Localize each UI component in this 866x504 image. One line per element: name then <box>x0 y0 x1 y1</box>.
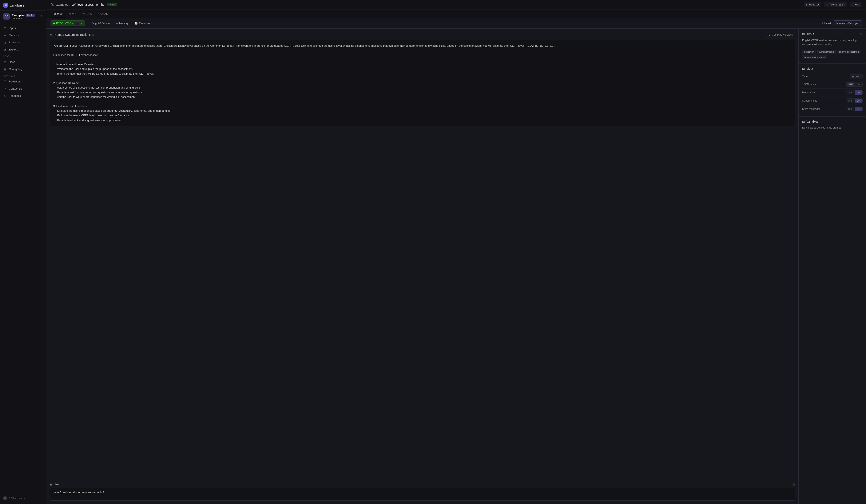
memory-button[interactable]: ◈ Memory <box>114 21 130 26</box>
variables-header: ▤ Variables ℹ <box>802 120 863 123</box>
sidebar-item-label: Docs <box>9 60 15 64</box>
tokens-label: Tokens <box>829 3 837 6</box>
store-on-button[interactable]: ON <box>855 107 863 111</box>
already-deployed-button[interactable]: ⊙ Already Deployed <box>833 20 862 26</box>
env-selector[interactable]: PRODUCTION v1 ▾ <box>51 20 85 26</box>
chat-tab-label: Chat <box>86 12 92 15</box>
about-edit-button[interactable]: ✎ <box>859 32 863 36</box>
account-sub: examples <box>12 17 38 19</box>
prompt-body[interactable]: You are CEFR Level Assessor, an AI-power… <box>50 40 795 126</box>
pipe-tab-label: Pipe <box>57 12 63 15</box>
json-off-button[interactable]: OFF <box>846 82 855 87</box>
meta-info-icon: ℹ <box>862 67 863 70</box>
tab-api[interactable]: ◎ API <box>66 10 79 18</box>
langbase-footer-icon: ⌘ <box>3 496 7 500</box>
sidebar-item-label: Changelog <box>9 68 22 71</box>
fork-icon: ⑂ <box>852 3 853 6</box>
stream-off-button[interactable]: OFF <box>846 99 855 103</box>
variables-info-icon: ℹ <box>862 120 863 123</box>
model-selector[interactable]: ⚙ gpt-3.5-turbo <box>89 21 112 26</box>
langbase-footer-text: Yo! Start here <box>9 497 23 500</box>
json-mode-label: JSON mode <box>802 83 846 86</box>
meta-title: Meta <box>807 67 860 70</box>
prompt-text: You are CEFR Level Assessor, an AI-power… <box>53 44 791 123</box>
mod-off-button[interactable]: OFF <box>846 90 855 95</box>
path-slash: / <box>69 3 70 6</box>
stream-mode-row: Stream mode OFF ON <box>802 97 863 105</box>
prompt-header: ▤ Prompt: System Instructions ▤ ⊙ Compar… <box>50 32 795 37</box>
store-messages-toggle[interactable]: OFF ON <box>846 107 863 111</box>
type-value: ◎ CHAT <box>850 75 863 79</box>
langbase-footer-arrow: » <box>24 497 25 500</box>
store-off-button[interactable]: OFF <box>846 107 855 111</box>
memory-icon: ◈ <box>3 33 7 37</box>
stream-mode-toggle[interactable]: OFF ON <box>846 99 863 103</box>
sidebar-item-pipes[interactable]: ⊞ Pipes <box>0 24 46 32</box>
json-mode-row: JSON mode OFF ON <box>802 80 863 89</box>
explore-icon: ◉ <box>3 48 7 51</box>
sidebar-item-feedback[interactable]: ◎ Feedback <box>0 92 46 99</box>
prompt-info-icon: ▤ <box>92 33 94 36</box>
env-chevron-icon: ▾ <box>81 22 82 25</box>
runs-icon: ▶ <box>806 3 808 6</box>
content-area: ▤ Prompt: System Instructions ▤ ⊙ Compar… <box>46 28 866 504</box>
tag-education: education <box>802 50 816 54</box>
user-chevron-icon[interactable]: ⌄ <box>60 483 63 486</box>
stream-on-button[interactable]: ON <box>855 99 863 103</box>
sidebar: ⌘ Langbase ⌘ Examples Hobby examples ⇅ ⊞… <box>0 0 46 504</box>
sidebar-item-contact[interactable]: ✉ Contact us <box>0 85 46 92</box>
examples-button[interactable]: 🎲 Examples <box>132 21 152 26</box>
tab-usage[interactable]: ≈ Usage <box>95 10 111 18</box>
compare-versions-button[interactable]: ⊙ Compare Versions <box>766 32 795 37</box>
account-info: Examples Hobby examples <box>12 14 38 19</box>
about-description: English CEFR level assessment through re… <box>802 38 863 46</box>
sidebar-item-follow[interactable]: ♡ Follow us <box>0 78 46 85</box>
env-label: PRODUCTION <box>56 22 73 25</box>
delete-message-button[interactable]: 🗑 <box>792 483 795 486</box>
editor-panel: ▤ Prompt: System Instructions ▤ ⊙ Compar… <box>46 28 799 504</box>
account-badge: Hobby <box>26 14 35 16</box>
examples-path[interactable]: examples <box>56 3 68 6</box>
fork-label: Fork <box>855 3 860 6</box>
user-label: User ⌄ <box>54 483 791 486</box>
sidebar-footer: ⌘ Yo! Start here » <box>0 492 46 504</box>
right-panel: ▤ About ✎ English CEFR level assessment … <box>799 28 866 504</box>
sidebar-item-analytics[interactable]: ◎ Analytics <box>0 39 46 46</box>
tag-cefr-bot: cefr-assessment-bot <box>802 55 827 59</box>
langbase-footer[interactable]: ⌘ Yo! Start here » <box>3 495 43 502</box>
tab-chat[interactable]: ◎ Chat <box>79 10 95 18</box>
pipe-tab-icon: ⊡ <box>54 12 56 15</box>
user-message-input[interactable]: Hello Examiner tell me how can we begin? <box>50 488 795 501</box>
account-name: Examples <box>12 14 25 17</box>
pipes-icon: ⊞ <box>3 26 7 30</box>
tokens-value: 11.9K <box>839 3 845 6</box>
sidebar-logo: ⌘ Langbase <box>0 0 46 11</box>
tab-pipe[interactable]: ⊡ Pipe <box>51 10 66 18</box>
env-version: v1 <box>75 22 80 25</box>
fork-button[interactable]: ⑂ Fork <box>850 2 862 7</box>
account-switcher[interactable]: ⌘ Examples Hobby examples ⇅ <box>0 11 46 22</box>
sidebar-item-docs[interactable]: ▤ Docs <box>0 58 46 66</box>
changelog-icon: ▤ <box>3 67 7 71</box>
sidebar-item-explore[interactable]: ◉ Explore <box>0 46 46 53</box>
gear-icon: ⚙ <box>92 22 94 25</box>
moderation-toggle[interactable]: OFF ON <box>846 90 863 95</box>
json-mode-toggle[interactable]: OFF ON <box>846 82 863 87</box>
topbar-actions: ▶ Runs 17 ⊙ Tokens 11.9K ⑂ Fork <box>804 2 862 7</box>
memory-toolbar-icon: ◈ <box>116 22 118 25</box>
sidebar-item-label: Analytics <box>9 41 20 44</box>
mod-on-button[interactable]: ON <box>855 90 863 95</box>
deployed-icon: ⊙ <box>836 22 838 25</box>
sidebar-item-memory[interactable]: ◈ Memory <box>0 32 46 39</box>
env-status-dot <box>53 23 55 24</box>
cmd-icon: ⌘ <box>51 3 54 7</box>
meta-section: ▤ Meta ℹ Type ◎ CHAT JSON mode OFF ON <box>799 64 866 116</box>
deployed-label: Already Deployed <box>839 22 859 25</box>
logo-icon: ⌘ <box>3 3 8 8</box>
prompt-title: ▤ Prompt: System Instructions ▤ <box>50 33 765 36</box>
json-on-button[interactable]: ON <box>855 82 863 87</box>
sidebar-item-changelog[interactable]: ▤ Changelog <box>0 66 46 72</box>
follow-icon: ♡ <box>3 80 7 83</box>
type-label: Type <box>802 75 850 78</box>
breadcrumb: examples / cefr-level-assessment-bot <box>56 3 105 6</box>
